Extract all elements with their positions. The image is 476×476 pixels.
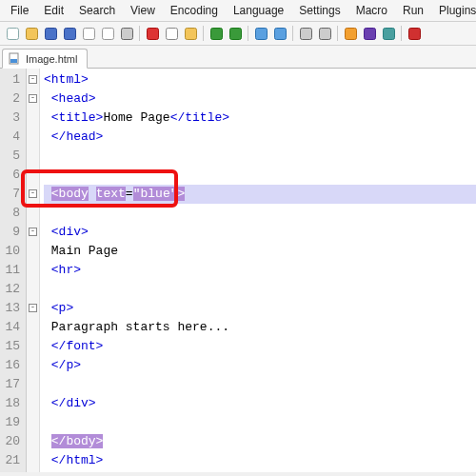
fold-toggle-icon[interactable]: - xyxy=(29,304,37,312)
line-number: 20 xyxy=(2,432,20,451)
menu-encoding[interactable]: Encoding xyxy=(164,2,225,19)
code-line[interactable]: <body text="blue"> xyxy=(44,185,476,204)
undo-icon[interactable] xyxy=(208,25,225,42)
menu-file[interactable]: File xyxy=(4,2,35,19)
svg-rect-18 xyxy=(383,28,394,39)
toolbar-separator xyxy=(139,26,140,41)
line-number: 8 xyxy=(2,204,20,223)
menu-language[interactable]: Language xyxy=(227,2,290,19)
line-number: 21 xyxy=(2,451,20,470)
word-wrap-icon[interactable] xyxy=(342,25,359,42)
svg-rect-7 xyxy=(147,28,158,39)
line-number-gutter: 123456789101112131415161718192021 xyxy=(0,69,27,472)
line-number: 14 xyxy=(2,318,20,337)
code-line[interactable]: Paragraph starts here... xyxy=(44,318,476,337)
code-line[interactable]: <head> xyxy=(44,89,476,109)
code-line[interactable]: <html> xyxy=(44,70,476,89)
svg-rect-10 xyxy=(210,28,222,39)
tab-image-html[interactable]: Image.html xyxy=(2,49,88,69)
redo-icon[interactable] xyxy=(227,25,244,42)
file-icon xyxy=(9,52,21,65)
line-number: 3 xyxy=(2,109,20,128)
close-icon[interactable] xyxy=(80,25,97,42)
code-line[interactable]: Main Page xyxy=(44,242,476,261)
svg-rect-1 xyxy=(26,28,37,39)
menu-settings[interactable]: Settings xyxy=(292,2,347,19)
code-line[interactable] xyxy=(44,413,476,432)
toolbar xyxy=(0,22,476,46)
menu-search[interactable]: Search xyxy=(72,2,122,19)
indent-guide-icon[interactable] xyxy=(380,25,397,42)
code-line[interactable] xyxy=(44,166,476,185)
code-line[interactable]: </div> xyxy=(44,394,476,413)
code-line[interactable]: <title>Home Page</title> xyxy=(44,109,476,128)
line-number: 11 xyxy=(2,261,20,280)
fold-toggle-icon[interactable]: - xyxy=(29,94,37,103)
find-icon[interactable] xyxy=(252,25,269,42)
line-number: 18 xyxy=(2,394,20,413)
open-file-icon[interactable] xyxy=(23,25,40,42)
line-number: 15 xyxy=(2,337,20,356)
menu-bar: FileEditSearchViewEncodingLanguageSettin… xyxy=(0,0,476,22)
fold-toggle-icon[interactable]: - xyxy=(29,189,37,198)
replace-icon[interactable] xyxy=(271,25,288,42)
svg-rect-17 xyxy=(364,28,375,39)
menu-view[interactable]: View xyxy=(124,2,162,19)
line-number: 2 xyxy=(2,89,20,109)
svg-rect-15 xyxy=(319,28,330,39)
code-line[interactable]: <div> xyxy=(44,223,476,242)
print-icon[interactable] xyxy=(118,25,135,42)
toolbar-separator xyxy=(337,26,338,41)
svg-rect-6 xyxy=(121,28,132,39)
code-line[interactable]: <p> xyxy=(44,299,476,318)
code-line[interactable]: </font> xyxy=(44,337,476,356)
toolbar-separator xyxy=(401,26,402,41)
menu-edit[interactable]: Edit xyxy=(37,2,70,19)
menu-run[interactable]: Run xyxy=(396,2,430,19)
toolbar-separator xyxy=(203,26,204,41)
code-line[interactable] xyxy=(44,147,476,166)
svg-rect-5 xyxy=(102,28,113,39)
svg-rect-13 xyxy=(274,28,286,39)
code-line[interactable]: </p> xyxy=(44,356,476,375)
code-line[interactable] xyxy=(44,375,476,394)
tab-label: Image.html xyxy=(26,53,77,65)
copy-icon[interactable] xyxy=(163,25,180,42)
menu-macro[interactable]: Macro xyxy=(349,2,394,19)
fold-toggle-icon[interactable]: - xyxy=(29,228,37,236)
code-line[interactable]: </head> xyxy=(44,128,476,147)
code-editor[interactable]: 123456789101112131415161718192021 ----- … xyxy=(0,69,476,472)
show-symbols-icon[interactable] xyxy=(361,25,378,42)
code-line[interactable] xyxy=(44,280,476,299)
fold-toggle-icon[interactable]: - xyxy=(29,75,37,84)
svg-rect-4 xyxy=(83,28,94,39)
svg-rect-12 xyxy=(255,28,267,39)
record-macro-icon[interactable] xyxy=(406,25,423,42)
svg-rect-0 xyxy=(7,28,18,39)
line-number: 16 xyxy=(2,356,20,375)
zoom-in-icon[interactable] xyxy=(297,25,314,42)
line-number: 9 xyxy=(2,223,20,242)
svg-rect-2 xyxy=(45,28,56,39)
save-icon[interactable] xyxy=(42,25,59,42)
toolbar-separator xyxy=(292,26,293,41)
line-number: 10 xyxy=(2,242,20,261)
zoom-out-icon[interactable] xyxy=(316,25,333,42)
menu-plugins[interactable]: Plugins xyxy=(432,2,476,19)
code-line[interactable]: </html> xyxy=(44,451,476,470)
svg-rect-16 xyxy=(345,28,356,39)
line-number: 1 xyxy=(2,70,20,89)
line-number: 13 xyxy=(2,299,20,318)
code-line[interactable] xyxy=(44,204,476,223)
close-all-icon[interactable] xyxy=(99,25,116,42)
cut-icon[interactable] xyxy=(144,25,161,42)
new-file-icon[interactable] xyxy=(4,25,21,42)
code-line[interactable]: </body> xyxy=(44,432,476,451)
paste-icon[interactable] xyxy=(182,25,199,42)
code-line[interactable]: <hr> xyxy=(44,261,476,280)
code-area[interactable]: <html> <head> <title>Home Page</title> <… xyxy=(40,69,476,472)
line-number: 19 xyxy=(2,413,20,432)
save-all-icon[interactable] xyxy=(61,25,78,42)
svg-rect-8 xyxy=(166,28,177,39)
toolbar-separator xyxy=(248,26,248,41)
